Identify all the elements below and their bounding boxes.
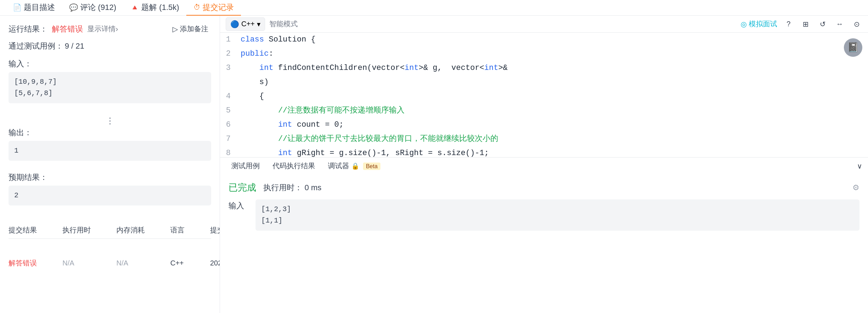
line-content-3: int findContentChildren(vector<int>& g, …: [238, 62, 868, 75]
discussion-icon: 💬: [69, 3, 78, 12]
test-pass-row: 通过测试用例： 9 / 21: [9, 41, 211, 51]
history-mem: N/A: [116, 259, 159, 267]
right-panel-inner: 📓 1 class Solution { 2 public: 3 int fin…: [220, 33, 868, 313]
collapse-icon: ∨: [857, 162, 862, 170]
gear-settings-btn[interactable]: ⚙: [852, 183, 859, 192]
expected-label: 预期结果：: [9, 172, 211, 183]
history-submit-time: 2022/03/19 18:07: [210, 259, 220, 267]
code-editor[interactable]: 📓 1 class Solution { 2 public: 3 int fin…: [220, 33, 868, 157]
line-content-6: int count = 0;: [238, 119, 868, 131]
input-value-box: [10,9,8,7] [5,6,7,8]: [9, 72, 211, 103]
code-line-s: s): [220, 75, 868, 89]
line-content-s: s): [238, 76, 868, 89]
history-col-result: 提交结果: [9, 225, 51, 235]
notebook-icon-btn[interactable]: 📓: [844, 38, 862, 57]
language-label: C++: [241, 20, 255, 28]
tab-description[interactable]: 📄 题目描述: [6, 0, 62, 16]
line-content-7: //让最大的饼干尺寸去比较最大的胃口，不能就继续比较次小的: [238, 133, 868, 145]
output-value-box: 1: [9, 141, 211, 161]
grid-icon-btn[interactable]: ⊞: [800, 18, 811, 30]
tab-submissions[interactable]: ⏱ 提交记录: [186, 0, 241, 16]
test-pass-label: 通过测试用例：: [9, 42, 63, 50]
tab-debugger[interactable]: 调试器 🔒 Beta: [322, 159, 386, 173]
output-label: 输出：: [9, 127, 211, 138]
input-result-label: 输入: [229, 199, 250, 212]
dot1: [109, 117, 111, 119]
history-section: 提交结果 执行用时 内存消耗 语言 提交时间 备注 解答错误 N/A N/A C…: [9, 225, 211, 283]
line-num-5: 5: [220, 104, 238, 117]
expand-icon-btn[interactable]: ↔: [834, 18, 845, 30]
result-status-badge: 解答错误: [52, 24, 83, 34]
input-row: 输入 [1,2,3] [1,1]: [229, 199, 859, 231]
history-row: 解答错误 N/A N/A C++ 2022/03/19 18:07 ▷ 添加备注: [9, 243, 211, 283]
show-detail-link[interactable]: 显示详情›: [87, 24, 118, 34]
simulate-button[interactable]: ◎ 模拟面试: [741, 19, 777, 29]
top-nav: 📄 题目描述 💬 评论 (912) 🔺 题解 (1.5k) ⏱ 提交记录: [0, 0, 868, 16]
result-label: 运行结果：: [9, 24, 48, 34]
expected-value: 2: [14, 190, 205, 201]
tab-solution[interactable]: 🔺 题解 (1.5k): [123, 0, 186, 16]
submissions-icon: ⏱: [193, 3, 200, 11]
tab-exec-result-label: 代码执行结果: [273, 162, 315, 170]
line-num-6: 6: [220, 119, 238, 131]
tab-description-label: 题目描述: [24, 2, 55, 13]
input-result-box: [1,2,3] [1,1]: [256, 199, 859, 231]
history-result: 解答错误: [9, 258, 51, 268]
beta-badge: Beta: [363, 163, 380, 170]
line-num-1: 1: [220, 33, 238, 46]
expected-value-box: 2: [9, 186, 211, 205]
code-line-3: 3 int findContentChildren(vector<int>& g…: [220, 61, 868, 75]
code-line-5: 5 //注意数据有可能不按递增顺序输入: [220, 104, 868, 118]
code-line-4: 4 {: [220, 89, 868, 104]
editor-header: 🔵 C++ ▾ 智能模式 ◎ 模拟面试 ? ⊞ ↺ ↔ ⊙: [220, 16, 868, 33]
results-status-row: 已完成 执行用时： 0 ms ⚙: [229, 181, 859, 194]
add-note-label: 添加备注: [180, 24, 208, 34]
collapse-btn[interactable]: ∨: [857, 162, 862, 170]
tab-discussion[interactable]: 💬 评论 (912): [62, 0, 123, 16]
settings-icon-btn[interactable]: ⊙: [851, 18, 862, 30]
add-note-button[interactable]: ▷ 添加备注: [170, 23, 211, 35]
simulate-label: 模拟面试: [749, 19, 777, 29]
input-label: 输入：: [9, 59, 211, 69]
exec-time-label: 执行用时： 0 ms: [263, 182, 322, 193]
history-header: 提交结果 执行用时 内存消耗 语言 提交时间 备注: [9, 225, 211, 239]
editor-header-left: 🔵 C++ ▾ 智能模式: [226, 17, 298, 31]
language-selector[interactable]: 🔵 C++ ▾: [226, 17, 265, 31]
history-col-mem: 内存消耗: [116, 225, 159, 235]
tab-solution-label: 题解 (1.5k): [141, 2, 179, 13]
undo-icon-btn[interactable]: ↺: [817, 18, 828, 30]
input-line2: [5,6,7,8]: [14, 88, 205, 99]
line-content-4: {: [238, 90, 868, 103]
right-panel: 🔵 C++ ▾ 智能模式 ◎ 模拟面试 ? ⊞ ↺ ↔ ⊙: [220, 16, 868, 313]
input-section: 输入： [10,9,8,7] [5,6,7,8]: [9, 59, 211, 109]
editor-header-right: ◎ 模拟面试 ? ⊞ ↺ ↔ ⊙: [741, 18, 862, 30]
output-section: 输出： 1: [9, 127, 211, 166]
solution-icon: 🔺: [130, 3, 139, 12]
input-result-line2: [1,1]: [261, 215, 854, 226]
history-col-lang: 语言: [170, 225, 199, 235]
code-line-8: 8 int gRight = g.size()-1, sRight = s.si…: [220, 146, 868, 157]
help-icon-btn[interactable]: ?: [783, 18, 794, 30]
output-value: 1: [14, 145, 205, 156]
code-line-7: 7 //让最大的饼干尺寸去比较最大的胃口，不能就继续比较次小的: [220, 132, 868, 146]
lock-icon: 🔒: [351, 163, 359, 170]
result-row: 运行结果： 解答错误 显示详情› ▷ 添加备注: [9, 23, 211, 35]
dot3: [109, 123, 111, 125]
tab-exec-result[interactable]: 代码执行结果: [267, 159, 321, 173]
line-num-7: 7: [220, 133, 238, 145]
line-content-8: int gRight = g.size()-1, sRight = s.size…: [238, 147, 868, 157]
code-line-6: 6 int count = 0;: [220, 118, 868, 132]
left-panel: 运行结果： 解答错误 显示详情› ▷ 添加备注 通过测试用例： 9 / 21 输…: [0, 16, 220, 313]
tab-testcase-label: 测试用例: [231, 162, 260, 170]
test-pass-value: 9 / 21: [65, 42, 84, 50]
notebook-icon: 📓: [847, 42, 859, 53]
status-done: 已完成: [229, 181, 256, 194]
line-num-8: 8: [220, 147, 238, 157]
smart-mode-label: 智能模式: [269, 19, 298, 29]
description-icon: 📄: [13, 3, 22, 12]
line-content-1: class Solution {: [238, 33, 868, 46]
line-content-2: public:: [238, 48, 868, 60]
tab-testcase[interactable]: 测试用例: [226, 159, 265, 173]
lang-dropdown-icon: ▾: [257, 20, 260, 28]
divider-dots: [9, 117, 211, 125]
